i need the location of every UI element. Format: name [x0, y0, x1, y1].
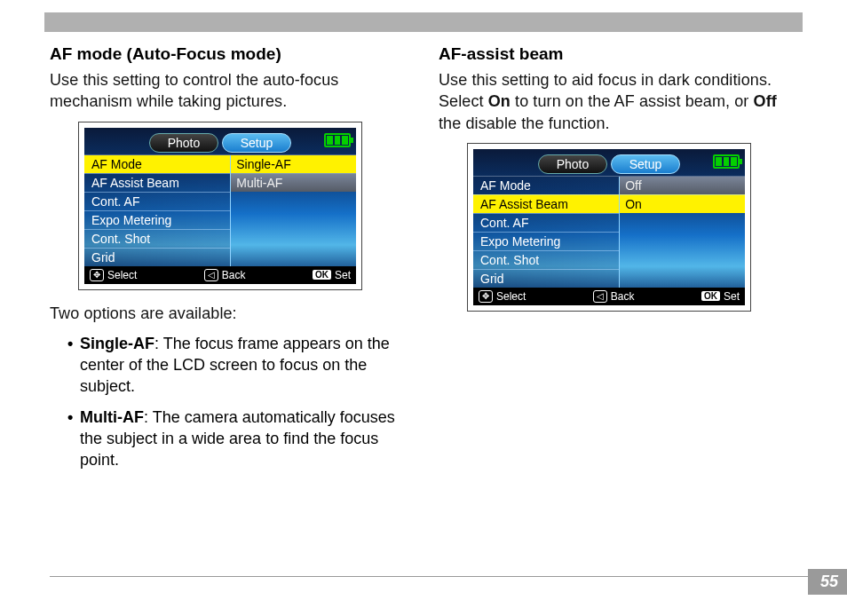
lcd-footer: ✥Select ◁Back OKSet [473, 288, 745, 305]
footer-select: ✥Select [479, 290, 526, 303]
camera-lcd-af-assist: Photo Setup AF Mode AF Assist Beam Cont.… [473, 149, 745, 305]
tab-photo[interactable]: Photo [149, 133, 218, 153]
footer-select: ✥Select [90, 269, 137, 281]
option-multi-af: Multi-AF: The camera automatically focus… [67, 407, 408, 471]
menu-af-mode[interactable]: AF Mode [84, 155, 230, 173]
af-assist-screenshot: Photo Setup AF Mode AF Assist Beam Cont.… [467, 143, 751, 312]
ok-icon: OK [701, 291, 720, 301]
submenu: Off On [620, 177, 745, 288]
footer-set: OKSet [313, 269, 351, 281]
dpad-icon: ✥ [479, 290, 493, 303]
lcd-footer: ✥Select ◁Back OKSet [84, 266, 356, 284]
submenu-off[interactable]: Off [620, 177, 745, 194]
menu-cont-shot[interactable]: Cont. Shot [84, 229, 230, 248]
settings-menu: AF Mode AF Assist Beam Cont. AF Expo Met… [473, 177, 620, 288]
menu-expo-metering[interactable]: Expo Metering [84, 210, 230, 229]
af-assist-intro: Use this setting to aid focus in dark co… [439, 69, 797, 134]
dpad-icon: ✥ [90, 269, 104, 281]
footer-back: ◁Back [593, 290, 635, 303]
menu-af-mode[interactable]: AF Mode [473, 177, 619, 194]
af-mode-intro: Use this setting to control the auto-foc… [50, 69, 408, 113]
back-icon: ◁ [593, 290, 607, 303]
ok-icon: OK [313, 270, 331, 280]
battery-icon [713, 154, 740, 169]
menu-expo-metering[interactable]: Expo Metering [473, 232, 619, 250]
menu-cont-shot[interactable]: Cont. Shot [473, 250, 619, 269]
tab-photo[interactable]: Photo [538, 154, 607, 174]
submenu-multi-af[interactable]: Multi-AF [231, 173, 356, 192]
battery-icon [324, 133, 351, 147]
footer-set: OKSet [701, 290, 740, 303]
submenu-on[interactable]: On [620, 194, 745, 213]
page-footer-rule [50, 576, 817, 577]
menu-cont-af[interactable]: Cont. AF [84, 192, 230, 210]
menu-af-assist[interactable]: AF Assist Beam [473, 194, 619, 213]
option-single-af: Single-AF: The focus frame appears on th… [67, 333, 408, 398]
page-header-bar [44, 12, 803, 32]
menu-af-assist[interactable]: AF Assist Beam [84, 173, 230, 192]
menu-cont-af[interactable]: Cont. AF [473, 213, 619, 232]
page-number: 55 [808, 569, 847, 595]
af-assist-heading: AF-assist beam [439, 44, 797, 64]
af-mode-options-list: Single-AF: The focus frame appears on th… [50, 333, 408, 471]
tab-setup[interactable]: Setup [611, 154, 680, 174]
menu-grid[interactable]: Grid [473, 269, 619, 288]
right-column: AF-assist beam Use this setting to aid f… [439, 44, 797, 480]
af-mode-options-intro: Two options are available: [50, 303, 408, 324]
footer-back: ◁Back [204, 269, 246, 281]
camera-lcd-af-mode: Photo Setup AF Mode AF Assist Beam Cont.… [84, 128, 356, 284]
page-body: AF mode (Auto-Focus mode) Use this setti… [50, 44, 797, 580]
submenu-single-af[interactable]: Single-AF [231, 155, 356, 173]
settings-menu: AF Mode AF Assist Beam Cont. AF Expo Met… [84, 155, 231, 266]
af-mode-heading: AF mode (Auto-Focus mode) [50, 44, 408, 64]
back-icon: ◁ [204, 269, 218, 281]
left-column: AF mode (Auto-Focus mode) Use this setti… [50, 44, 408, 480]
af-mode-screenshot: Photo Setup AF Mode AF Assist Beam Cont.… [78, 122, 362, 290]
menu-grid[interactable]: Grid [84, 248, 230, 266]
submenu: Single-AF Multi-AF [231, 155, 356, 266]
tab-setup[interactable]: Setup [222, 133, 291, 153]
